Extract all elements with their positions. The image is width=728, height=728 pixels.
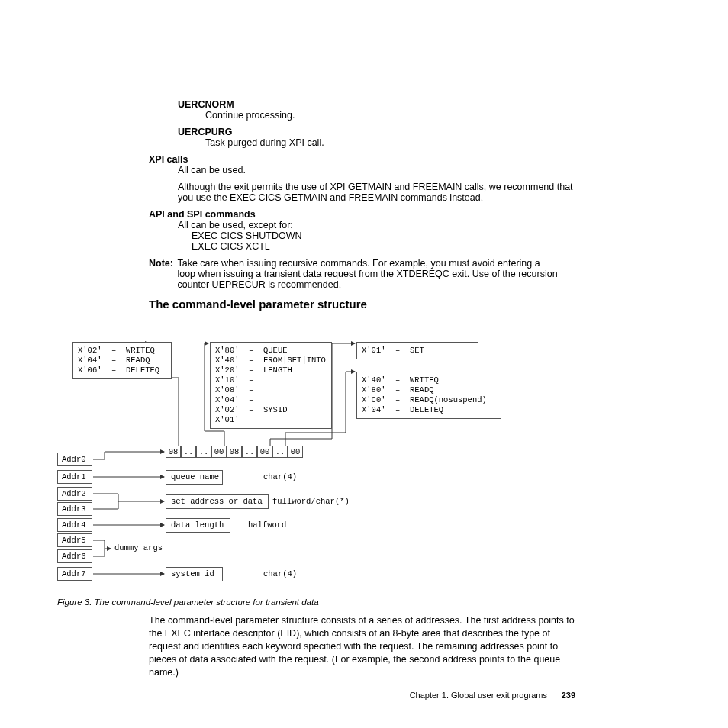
note-body: Take care when issuing recursive command… bbox=[177, 258, 559, 290]
hbyte-4: 08 bbox=[227, 446, 242, 458]
addr-4: Addr4 bbox=[57, 518, 92, 532]
addr-0: Addr0 bbox=[57, 453, 92, 466]
xpi-calls-label: XPI calls bbox=[149, 154, 576, 165]
hbyte-1: .. bbox=[181, 446, 196, 458]
addr-7: Addr7 bbox=[57, 567, 92, 581]
hbyte-5: .. bbox=[242, 446, 257, 458]
param-set-address-type: fullword/char(*) bbox=[272, 497, 350, 506]
hbyte-0: 08 bbox=[166, 446, 181, 458]
hbyte-7: .. bbox=[272, 446, 288, 458]
term-uercnorm: UERCNORM bbox=[178, 99, 576, 110]
addr-6: Addr6 bbox=[57, 549, 92, 563]
def-uercpurg: Task purged during XPI call. bbox=[205, 137, 576, 148]
eid-byte6-box: X'01' – SET bbox=[356, 342, 478, 359]
xpi-calls-body: All can be used. bbox=[178, 165, 576, 176]
figure-caption: Figure 3. The command-level parameter st… bbox=[57, 598, 319, 607]
addr-5: Addr5 bbox=[57, 533, 92, 547]
api-spi-body: All can be used, except for: bbox=[178, 220, 576, 230]
term-uercpurg: UERCPURG bbox=[178, 127, 576, 137]
addr-2: Addr2 bbox=[57, 487, 92, 501]
param-data-length-type: halfword bbox=[248, 520, 286, 530]
hbyte-3: 00 bbox=[211, 446, 227, 458]
section-title: The command-level parameter structure bbox=[149, 298, 576, 311]
body-paragraph: The command-level parameter structure co… bbox=[149, 614, 576, 678]
parameter-structure-diagram: X'02' – WRITEQ X'04' – READQ X'06' – DEL… bbox=[57, 340, 607, 584]
footer-chapter: Chapter 1. Global user exit programs bbox=[410, 691, 547, 700]
note-block: Note: Take care when issuing recursive c… bbox=[149, 258, 576, 290]
param-queue-name: queue name bbox=[166, 470, 223, 485]
hbyte-8: 00 bbox=[288, 446, 303, 458]
eid-byte0-box: X'02' – WRITEQ X'04' – READQ X'06' – DEL… bbox=[72, 342, 172, 379]
note-label: Note: bbox=[149, 258, 173, 269]
def-uercnorm: Continue processing. bbox=[205, 110, 576, 121]
param-dummy-args: dummy args bbox=[114, 543, 163, 552]
param-set-address: set address or data bbox=[166, 494, 269, 509]
eid-byte8-box: X'40' – WRITEQ X'80' – READQ X'C0' – REA… bbox=[356, 372, 501, 419]
param-data-length: data length bbox=[166, 518, 230, 533]
hbyte-2: .. bbox=[196, 446, 211, 458]
param-queue-name-type: char(4) bbox=[263, 472, 297, 482]
addr-3: Addr3 bbox=[57, 502, 92, 516]
eid-byte3-box: X'80' – QUEUE X'40' – FROM|SET|INTO X'20… bbox=[210, 342, 332, 429]
api-spi-label: API and SPI commands bbox=[149, 209, 576, 220]
param-system-id-type: char(4) bbox=[263, 569, 297, 578]
hbyte-6: 00 bbox=[257, 446, 272, 458]
xpi-calls-body2: Although the exit permits the use of XPI… bbox=[178, 182, 576, 203]
api-cmd-2: EXEC CICS XCTL bbox=[192, 241, 576, 252]
footer-page-number: 239 bbox=[562, 691, 575, 700]
param-system-id: system id bbox=[166, 567, 223, 581]
api-cmd-1: EXEC CICS SHUTDOWN bbox=[192, 230, 576, 241]
addr-1: Addr1 bbox=[57, 470, 92, 484]
